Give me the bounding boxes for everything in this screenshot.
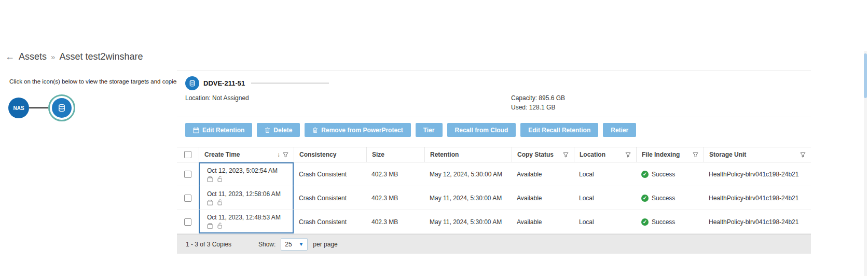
filter-icon[interactable] [563, 152, 569, 158]
size-cell: 402.3 MB [366, 162, 424, 186]
redacted-text [251, 82, 329, 84]
breadcrumb: ← Assets » Asset test2winshare [5, 51, 143, 62]
unlocked-icon [217, 199, 223, 205]
remove-from-powerprotect-button[interactable]: Remove from PowerProtect [305, 123, 410, 137]
pagination-bar: 1 - 3 of 3 Copies Show: 25 ▼ per page [177, 234, 811, 254]
file-indexing-cell: ✓ Success [636, 186, 704, 210]
retention-cell: May 11, 2024, 5:30:00 AM [424, 210, 512, 233]
size-cell: 402.3 MB [366, 186, 424, 210]
copies-table: Create Time ↓ Consistency Size Retention… [177, 147, 811, 234]
copy-type-icon [207, 176, 214, 182]
chevron-down-icon: ▼ [298, 241, 304, 247]
breadcrumb-separator: » [51, 52, 55, 61]
consistency-cell: Crash Consistent [294, 210, 366, 233]
location-cell: Local [574, 210, 636, 233]
column-header-location[interactable]: Location [574, 147, 636, 162]
file-indexing-cell: ✓ Success [636, 162, 704, 186]
database-icon [58, 104, 66, 112]
column-header-consistency[interactable]: Consistency [294, 147, 366, 162]
select-all-checkbox[interactable] [184, 151, 191, 158]
page-size-label: Show: [258, 241, 275, 248]
breadcrumb-assets-link[interactable]: Assets [19, 51, 47, 62]
column-header-retention[interactable]: Retention [424, 147, 512, 162]
edit-retention-button[interactable]: Edit Retention [185, 123, 252, 137]
sort-desc-icon[interactable]: ↓ [277, 151, 280, 158]
calendar-edit-icon [193, 127, 199, 133]
storage-capacity: Capacity: 895.6 GB [511, 93, 565, 103]
location-cell: Local [574, 162, 636, 186]
storage-unit-cell: HealthPolicy-blrv041c198-24b21 [704, 162, 811, 186]
file-indexing-cell: ✓ Success [636, 210, 704, 233]
filter-icon[interactable] [283, 152, 288, 158]
vertical-scrollbar-thumb[interactable] [864, 53, 867, 98]
copy-status-cell: Available [512, 186, 574, 210]
edit-recall-retention-button[interactable]: Edit Recall Retention [520, 123, 598, 137]
trash-icon [265, 127, 270, 133]
copies-toolbar: Edit Retention Delete Remove from PowerP… [185, 123, 636, 137]
copy-status-cell: Available [512, 210, 574, 233]
recall-from-cloud-button[interactable]: Recall from Cloud [447, 123, 516, 137]
tier-button[interactable]: Tier [416, 123, 443, 137]
copy-type-icon [207, 200, 214, 205]
back-arrow-icon[interactable]: ← [5, 51, 15, 62]
size-cell: 402.3 MB [366, 210, 424, 233]
node-connector-line [29, 107, 48, 108]
page-size-value: 25 [285, 241, 292, 248]
success-check-icon: ✓ [641, 171, 649, 178]
table-row[interactable]: Oct 12, 2023, 5:02:54 AM Crash Consisten… [177, 162, 811, 186]
success-check-icon: ✓ [641, 195, 649, 202]
database-icon [189, 80, 196, 87]
consistency-cell: Crash Consistent [294, 186, 366, 210]
create-time-cell[interactable]: Oct 12, 2023, 5:02:54 AM [199, 162, 294, 186]
page-size-select[interactable]: 25 ▼ [281, 238, 308, 251]
retention-cell: May 11, 2024, 5:30:00 AM [424, 186, 512, 210]
header-divider [177, 117, 811, 117]
storage-target-node-circle [52, 98, 72, 118]
database-badge [185, 76, 199, 90]
row-checkbox[interactable] [184, 195, 191, 202]
column-header-size[interactable]: Size [366, 147, 424, 162]
pagination-summary: 1 - 3 of 3 Copies [186, 241, 253, 248]
filter-icon[interactable] [800, 152, 806, 158]
filter-icon[interactable] [693, 152, 698, 158]
success-check-icon: ✓ [641, 218, 649, 226]
consistency-cell: Crash Consistent [294, 162, 366, 186]
storage-unit-cell: HealthPolicy-blrv041c198-24b21 [704, 210, 811, 233]
location-cell: Local [574, 186, 636, 210]
storage-target-detail-panel: DDVE-211-51 Location: Not Assigned Capac… [177, 71, 811, 276]
storage-location: Location: Not Assigned [185, 94, 249, 102]
table-row[interactable]: Oct 11, 2023, 12:48:53 AM Crash Consiste… [177, 210, 811, 234]
delete-button[interactable]: Delete [257, 123, 300, 137]
column-header-storage-unit[interactable]: Storage Unit [704, 147, 811, 162]
create-time-cell[interactable]: Oct 11, 2023, 12:58:06 AM [199, 186, 294, 210]
column-header-copy-status[interactable]: Copy Status [512, 147, 574, 162]
per-page-label: per page [313, 241, 337, 248]
unlocked-icon [217, 176, 223, 182]
table-row[interactable]: Oct 11, 2023, 12:58:06 AM Crash Consiste… [177, 186, 811, 210]
storage-unit-cell: HealthPolicy-blrv041c198-24b21 [704, 186, 811, 210]
row-checkbox[interactable] [184, 218, 191, 226]
nas-node[interactable]: NAS [8, 98, 29, 118]
copy-type-icon [207, 223, 214, 229]
create-time-cell[interactable]: Oct 11, 2023, 12:48:53 AM [199, 210, 294, 233]
nas-node-label: NAS [13, 105, 24, 111]
unlocked-icon [217, 223, 223, 229]
table-header-row: Create Time ↓ Consistency Size Retention… [177, 147, 811, 162]
retention-cell: May 12, 2024, 5:30:00 AM [424, 162, 512, 186]
retier-button[interactable]: Retier [603, 123, 636, 137]
storage-used: Used: 128.1 GB [511, 103, 565, 112]
storage-target-name: DDVE-211-51 [203, 79, 245, 87]
column-header-create-time[interactable]: Create Time ↓ [199, 147, 294, 162]
filter-icon[interactable] [625, 152, 631, 158]
storage-map-instruction: Click on the icon(s) below to view the s… [9, 78, 181, 85]
row-checkbox[interactable] [184, 171, 191, 178]
copy-status-cell: Available [512, 162, 574, 186]
page-title: Asset test2winshare [59, 51, 143, 62]
capacity-block: Capacity: 895.6 GB Used: 128.1 GB [511, 93, 565, 112]
storage-target-node-selected[interactable] [48, 94, 75, 121]
column-header-file-indexing[interactable]: File Indexing [636, 147, 704, 162]
trash-icon [312, 127, 318, 133]
